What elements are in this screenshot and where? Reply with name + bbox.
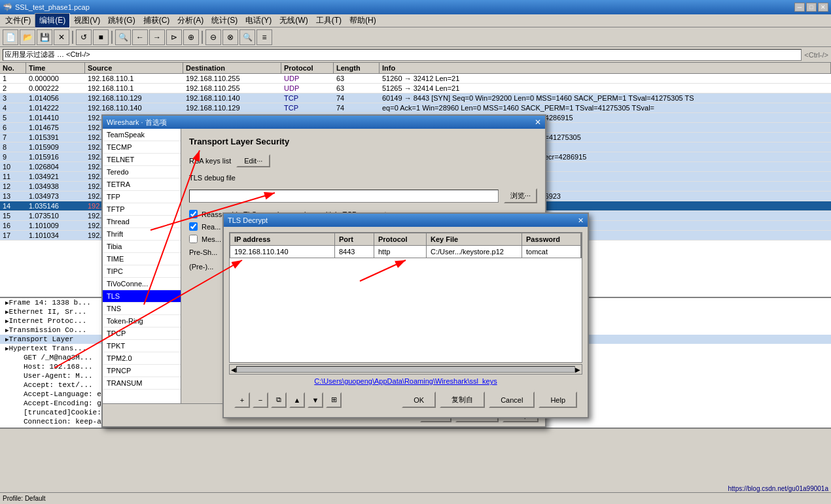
tb-search[interactable]: 🔍 — [115, 29, 131, 45]
prefs-list-item[interactable]: TeamSpeak — [103, 129, 181, 141]
prefs-list-item[interactable]: TPCP — [103, 328, 181, 340]
tls-cancel-button[interactable]: Cancel — [489, 392, 535, 408]
table-row[interactable]: 4 1.014222 192.168.110.140 192.168.110.1… — [0, 103, 831, 113]
tb-close[interactable]: ✕ — [54, 29, 69, 45]
menu-tools[interactable]: 工具(T) — [312, 14, 345, 27]
filter-hint: <Ctrl-/> — [804, 51, 828, 59]
prefs-list-item-tls[interactable]: TLS — [103, 290, 181, 303]
prefs-list-item[interactable]: TiVoConne... — [103, 278, 181, 290]
col-no: No. — [0, 63, 26, 73]
prefs-list-item[interactable]: TNS — [103, 303, 181, 315]
prefs-list-item[interactable]: Teredo — [103, 166, 181, 178]
prefs-list-item[interactable]: Thrift — [103, 228, 181, 241]
minimize-button[interactable]: ─ — [794, 3, 805, 12]
tls-col-ip: IP address — [230, 233, 335, 245]
menu-file[interactable]: 文件(F) — [1, 14, 35, 27]
checkbox-mes[interactable] — [189, 235, 198, 243]
tb-forward[interactable]: → — [149, 29, 165, 45]
col-destination: Destination — [183, 63, 281, 73]
toolbar-sep-1 — [72, 31, 73, 44]
tls-debug-input[interactable] — [189, 190, 499, 203]
prefs-list-item[interactable]: TPNCP — [103, 365, 181, 377]
menu-capture[interactable]: 捕获(C) — [139, 14, 174, 27]
window-controls[interactable]: ─ □ ✕ — [794, 3, 828, 12]
ssl-keys-link[interactable]: C:\Users\guopeng\AppData\Roaming\Wiresha… — [229, 377, 582, 385]
tls-col-port: Port — [335, 233, 374, 245]
prefs-list-item[interactable]: TRANSUM — [103, 377, 181, 390]
browse-button[interactable]: 浏览··· — [504, 188, 537, 203]
tls-scroll-area[interactable]: IP address Port Protocol Key File Passwo… — [229, 232, 582, 363]
table-row[interactable]: 2 0.000222 192.168.110.1 192.168.110.255… — [0, 84, 831, 93]
menu-bar: 文件(F) 编辑(E) 视图(V) 跳转(G) 捕获(C) 分析(A) 统计(S… — [0, 14, 831, 27]
tls-copyself-button[interactable]: 复制自 — [440, 392, 485, 408]
tls-copy-button[interactable]: ⧉ — [271, 392, 287, 408]
prefs-list-item[interactable]: Tibia — [103, 241, 181, 253]
prefs-list-item[interactable]: TFTP — [103, 203, 181, 216]
tls-grid-button[interactable]: ⊞ — [326, 392, 342, 408]
tb-zoom-100[interactable]: 🔍 — [239, 29, 255, 45]
tls-close-button[interactable]: ✕ — [578, 216, 584, 225]
prefs-list-item[interactable]: TECMP — [103, 141, 181, 154]
checkbox-rea[interactable] — [189, 222, 198, 231]
scroll-right-arrow[interactable]: ▶ — [575, 366, 580, 373]
tb-bookmark[interactable]: ⊳ — [166, 29, 182, 45]
tls-cell-proto: http — [374, 246, 427, 258]
prefs-list-item[interactable]: TETRA — [103, 178, 181, 191]
tls-body: IP address Port Protocol Key File Passwo… — [224, 227, 588, 417]
scroll-track[interactable] — [236, 366, 575, 373]
prefs-list-item[interactable]: TIPC — [103, 265, 181, 278]
tls-title-bar: TLS Decrypt ✕ — [224, 214, 588, 227]
menu-edit[interactable]: 编辑(E) — [35, 13, 70, 28]
tls-cell-password: tomcat — [522, 246, 581, 258]
tb-reload[interactable]: ↺ — [76, 29, 92, 45]
prefs-close-button[interactable]: ✕ — [535, 118, 541, 127]
menu-analyze[interactable]: 分析(A) — [173, 14, 207, 27]
menu-wireless[interactable]: 无线(W) — [275, 14, 311, 27]
tls-remove-button[interactable]: − — [253, 392, 268, 408]
prefs-list-item[interactable]: Token-Ring — [103, 315, 181, 328]
prefs-list-item[interactable]: TFP — [103, 191, 181, 203]
menu-go[interactable]: 跳转(G) — [104, 14, 139, 27]
preshared-label: Pre-Sh... — [189, 248, 217, 256]
col-time: Time — [26, 63, 85, 73]
menu-phone[interactable]: 电话(Y) — [241, 14, 275, 27]
tb-zoom-fit[interactable]: ⊗ — [222, 29, 238, 45]
tls-add-button[interactable]: + — [234, 392, 250, 408]
tls-down-button[interactable]: ▼ — [308, 392, 323, 408]
checkbox-reassemble[interactable] — [189, 210, 198, 218]
prefs-list-item[interactable]: TELNET — [103, 154, 181, 166]
menu-stats[interactable]: 统计(S) — [207, 14, 241, 27]
tb-zoom-in[interactable]: ⊕ — [183, 29, 199, 45]
tb-open[interactable]: 📂 — [20, 29, 35, 45]
maximize-button[interactable]: □ — [806, 3, 817, 12]
table-row[interactable]: 1 0.000000 192.168.110.1 192.168.110.255… — [0, 74, 831, 84]
prefs-list-item[interactable]: TIME — [103, 253, 181, 265]
tls-ok-button[interactable]: OK — [402, 392, 436, 408]
tb-save[interactable]: 💾 — [37, 29, 52, 45]
tls-table-header: IP address Port Protocol Key File Passwo… — [230, 233, 582, 246]
tb-new[interactable]: 📄 — [3, 29, 18, 45]
close-button[interactable]: ✕ — [818, 3, 828, 12]
tb-back[interactable]: ← — [132, 29, 148, 45]
tls-dialog-buttons: OK 复制自 Cancel Help — [402, 392, 577, 408]
tb-display[interactable]: ≡ — [256, 29, 272, 45]
rsa-edit-button[interactable]: Edit··· — [236, 154, 270, 167]
tb-stop[interactable]: ■ — [93, 29, 109, 45]
filter-input[interactable] — [3, 49, 802, 61]
tls-horizontal-scrollbar[interactable]: ◀ ▶ — [229, 364, 582, 375]
table-row[interactable]: 3 1.014056 192.168.110.129 192.168.110.1… — [0, 93, 831, 103]
prefs-list-item[interactable]: TPKT — [103, 340, 181, 352]
tls-up-button[interactable]: ▲ — [289, 392, 305, 408]
tb-zoom-out[interactable]: ⊖ — [205, 29, 221, 45]
menu-view[interactable]: 视图(V) — [70, 14, 104, 27]
toolbar-sep-2 — [111, 31, 113, 44]
tls-help-button[interactable]: Help — [539, 392, 577, 408]
scroll-left-arrow[interactable]: ◀ — [231, 366, 236, 373]
pre-sub-label: (Pre-)... — [189, 263, 213, 271]
prefs-list-item[interactable]: TPM2.0 — [103, 352, 181, 365]
toolbar-sep-3 — [202, 31, 203, 44]
menu-help[interactable]: 帮助(H) — [345, 14, 380, 27]
prefs-list-item[interactable]: Thread — [103, 216, 181, 228]
tls-dialog: TLS Decrypt ✕ IP address Port Protocol K… — [222, 212, 589, 418]
tls-table-row[interactable]: 192.168.110.140 8443 http C:/User.../key… — [230, 246, 582, 258]
